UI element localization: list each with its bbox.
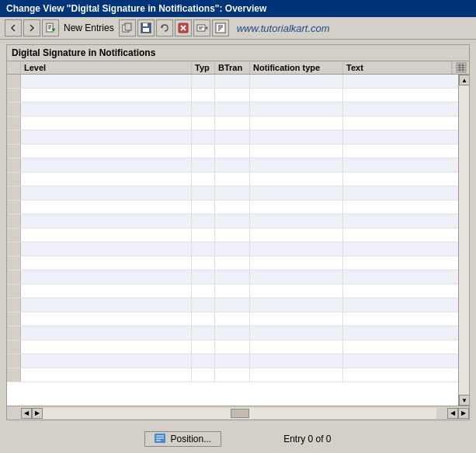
cell-notiftype bbox=[250, 242, 343, 256]
toolbar: New Entries bbox=[0, 17, 476, 40]
copy-btn[interactable] bbox=[119, 19, 136, 37]
rownum bbox=[7, 131, 21, 144]
cell-btran bbox=[215, 214, 250, 228]
cell-text bbox=[343, 284, 469, 298]
cell-notiftype bbox=[250, 298, 343, 312]
cell-btran bbox=[215, 256, 250, 270]
cell-btran bbox=[215, 145, 250, 158]
cell-level bbox=[21, 284, 192, 298]
scroll-end-right-btn[interactable]: ▶ bbox=[458, 408, 469, 419]
table-row bbox=[7, 145, 469, 159]
scroll-down-btn[interactable]: ▼ bbox=[459, 395, 469, 406]
col-header-notiftype: Notification type bbox=[250, 61, 343, 74]
rownum bbox=[7, 228, 21, 242]
back-btn[interactable] bbox=[5, 19, 22, 37]
cell-btran bbox=[215, 228, 250, 242]
cell-notiftype bbox=[250, 354, 343, 368]
cell-btran bbox=[215, 200, 250, 214]
table-row bbox=[7, 200, 469, 214]
cell-typ bbox=[192, 75, 215, 88]
table-row bbox=[7, 103, 469, 117]
cell-typ bbox=[192, 172, 215, 186]
table-row bbox=[7, 228, 469, 242]
cell-level bbox=[21, 117, 192, 130]
cell-typ bbox=[192, 214, 215, 228]
scroll-left-btn[interactable]: ◀ bbox=[21, 408, 32, 419]
cell-btran bbox=[215, 103, 250, 116]
scroll-track-v[interactable] bbox=[459, 85, 469, 395]
rownum bbox=[7, 256, 21, 270]
cell-typ bbox=[192, 256, 215, 270]
cell-text bbox=[343, 89, 469, 102]
new-entries-label[interactable]: New Entries bbox=[64, 23, 114, 33]
cell-btran bbox=[215, 186, 250, 200]
rownum bbox=[7, 298, 21, 312]
rownum bbox=[7, 186, 21, 200]
cell-notiftype bbox=[250, 326, 343, 340]
cell-typ bbox=[192, 368, 215, 382]
cell-level bbox=[21, 298, 192, 312]
bottom-bar: Position... Entry 0 of 0 bbox=[0, 425, 476, 453]
cell-btran bbox=[215, 326, 250, 340]
table-container: Digital Signature in Notifications Level… bbox=[6, 44, 470, 420]
cell-typ bbox=[192, 200, 215, 214]
cell-btran bbox=[215, 89, 250, 102]
col-settings-btn[interactable] bbox=[452, 61, 469, 74]
cell-typ bbox=[192, 89, 215, 102]
cell-level bbox=[21, 242, 192, 256]
cell-notiftype bbox=[250, 75, 343, 88]
cell-text bbox=[343, 159, 469, 172]
cell-text bbox=[343, 256, 469, 270]
rownum bbox=[7, 89, 21, 102]
cell-btran bbox=[215, 117, 250, 130]
table-row bbox=[7, 186, 469, 200]
cell-level bbox=[21, 256, 192, 270]
scroll-right-btn[interactable]: ▶ bbox=[32, 408, 43, 419]
cell-typ bbox=[192, 117, 215, 130]
scroll-end-left-btn[interactable]: ◀ bbox=[447, 408, 458, 419]
entry-info: Entry 0 of 0 bbox=[283, 434, 331, 444]
table-row bbox=[7, 354, 469, 368]
info-btn[interactable] bbox=[212, 19, 229, 37]
cell-level bbox=[21, 186, 192, 200]
cell-text bbox=[343, 103, 469, 116]
rownum bbox=[7, 145, 21, 158]
cell-text bbox=[343, 200, 469, 214]
undo-btn[interactable] bbox=[156, 19, 173, 37]
cell-notiftype bbox=[250, 312, 343, 326]
new-entries-icon[interactable] bbox=[42, 19, 59, 37]
table-row bbox=[7, 312, 469, 326]
table-row bbox=[7, 256, 469, 270]
table-body bbox=[7, 75, 469, 406]
forward-btn[interactable] bbox=[23, 19, 40, 37]
rownum bbox=[7, 242, 21, 256]
cell-notiftype bbox=[250, 270, 343, 284]
main-window: Change View "Digital Signature in Notifi… bbox=[0, 0, 476, 453]
cell-typ bbox=[192, 228, 215, 242]
transport-btn[interactable] bbox=[193, 19, 210, 37]
rownum-header-col bbox=[7, 61, 21, 74]
col-header-text: Text bbox=[343, 61, 452, 74]
cell-level bbox=[21, 368, 192, 382]
rownum bbox=[7, 326, 21, 340]
svg-rect-9 bbox=[143, 23, 148, 26]
cell-text bbox=[343, 270, 469, 284]
cell-text bbox=[343, 354, 469, 368]
cell-text bbox=[343, 186, 469, 200]
rownum bbox=[7, 354, 21, 368]
cell-notiftype bbox=[250, 172, 343, 186]
delete-btn[interactable] bbox=[175, 19, 192, 37]
table-row bbox=[7, 159, 469, 172]
watermark: www.tutorialkart.com bbox=[237, 23, 330, 34]
table-row bbox=[7, 172, 469, 186]
save-btn[interactable] bbox=[137, 19, 155, 37]
cell-notiftype bbox=[250, 131, 343, 144]
cell-typ bbox=[192, 340, 215, 354]
rownum bbox=[7, 312, 21, 326]
table-row bbox=[7, 326, 469, 340]
cell-notiftype bbox=[250, 368, 343, 382]
position-button[interactable]: Position... bbox=[144, 431, 221, 447]
scroll-up-btn[interactable]: ▲ bbox=[459, 75, 469, 85]
cell-level bbox=[21, 200, 192, 214]
hscroll-track[interactable] bbox=[43, 408, 436, 419]
